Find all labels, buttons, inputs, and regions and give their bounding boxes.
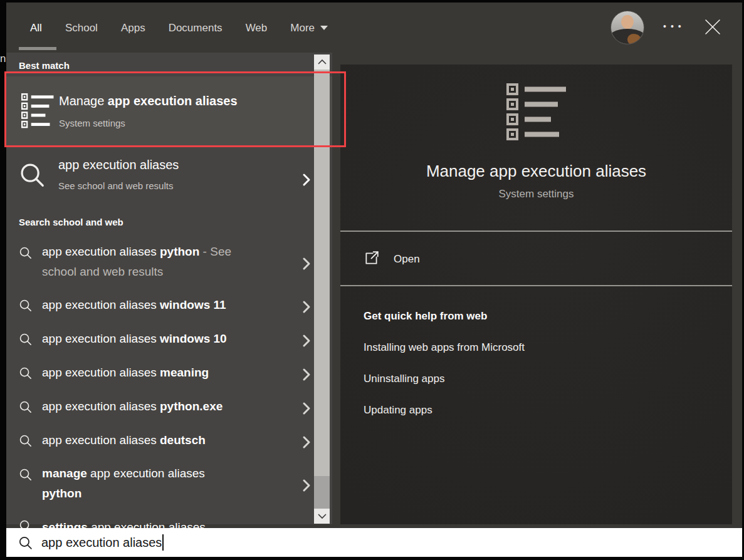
chevron-right-icon[interactable]: [301, 334, 312, 348]
suggestion-bold: python.exe: [160, 400, 223, 413]
search-query-text: app execution aliases: [41, 536, 162, 550]
divider: [340, 285, 732, 286]
preview-panel: Manage app execution aliases System sett…: [340, 65, 732, 524]
best-match-item[interactable]: Manage app execution aliases System sett…: [6, 76, 332, 146]
chevron-up-icon: [317, 59, 327, 65]
help-link-updating[interactable]: Updating apps: [364, 404, 525, 417]
tab-all[interactable]: All: [30, 22, 42, 34]
active-tab-indicator: [19, 47, 56, 50]
suggestion-bold: meaning: [160, 366, 209, 379]
open-external-icon: [364, 250, 380, 266]
tab-apps[interactable]: Apps: [121, 22, 145, 34]
suggestion-item[interactable]: manage app execution aliases python: [6, 457, 332, 510]
suggestion-text: app execution aliases: [90, 467, 205, 480]
results-panel: Best match Manage app execution aliases …: [6, 53, 332, 524]
app-execution-aliases-icon: [21, 93, 54, 128]
tab-more[interactable]: More: [290, 22, 328, 34]
close-icon: [703, 18, 722, 36]
suggestion-bold: deutsch: [160, 433, 206, 447]
chevron-right-icon[interactable]: [301, 402, 312, 415]
chevron-right-icon[interactable]: [301, 257, 312, 271]
avatar-dog-shape: [627, 34, 641, 44]
best-match-title-normal: Manage: [59, 94, 108, 108]
suggestion-text: app execution aliases: [42, 298, 160, 311]
search-icon: [18, 467, 33, 482]
suggestion-item[interactable]: app execution aliases deutsch: [6, 423, 332, 457]
suggestion-bold: python: [160, 245, 199, 258]
suggestion-text: app execution aliases: [42, 400, 160, 413]
quick-help-section: Get quick help from web Installing web a…: [364, 310, 525, 417]
suggestion-text: app execution aliases: [42, 366, 160, 379]
suggestion-text: app execution aliases: [42, 433, 160, 447]
help-link-installing[interactable]: Installing web apps from Microsoft: [364, 341, 525, 354]
suggestion-item[interactable]: app execution aliases windows 11: [6, 288, 332, 322]
suggestion-text: app execution aliases: [42, 245, 160, 258]
best-match-subtitle: System settings: [59, 118, 125, 128]
more-options-button[interactable]: •••: [663, 21, 686, 31]
see-results-item[interactable]: app execution aliases See school and web…: [6, 150, 332, 207]
search-icon: [18, 400, 33, 414]
web-suggestions-list: app execution aliases python - See schoo…: [6, 236, 332, 544]
text-cursor: [162, 534, 164, 551]
help-link-uninstalling[interactable]: Uninstalling apps: [364, 373, 525, 385]
suggestion-item[interactable]: app execution aliases windows 10: [6, 322, 332, 356]
tab-school[interactable]: School: [65, 22, 98, 34]
search-input[interactable]: app execution aliases: [6, 528, 742, 557]
quick-help-header: Get quick help from web: [364, 310, 525, 323]
suggestion-bold: windows 11: [160, 298, 226, 311]
tab-documents[interactable]: Documents: [169, 22, 223, 34]
search-icon: [18, 160, 46, 189]
scroll-down-button[interactable]: [314, 509, 330, 524]
suggestion-item[interactable]: app execution aliases python - See schoo…: [6, 236, 332, 288]
suggestion-text: app execution aliases: [42, 332, 160, 345]
search-icon: [18, 332, 33, 346]
avatar-head-shape: [621, 15, 634, 29]
chevron-down-icon: [320, 26, 328, 30]
see-results-subtitle: See school and web results: [58, 180, 173, 191]
account-avatar[interactable]: [610, 11, 644, 44]
chevron-right-icon[interactable]: [301, 479, 312, 492]
suggestion-item[interactable]: app execution aliases python.exe: [6, 390, 332, 423]
app-execution-aliases-icon-large: [506, 83, 567, 141]
chevron-right-icon[interactable]: [301, 435, 312, 449]
suggestion-bold: python: [42, 487, 81, 500]
preview-subtitle: System settings: [340, 188, 732, 200]
section-best-match: Best match: [19, 60, 70, 71]
results-scrollbar[interactable]: [314, 54, 330, 524]
open-label: Open: [394, 253, 420, 266]
scrollbar-thumb[interactable]: [314, 70, 330, 476]
search-icon: [18, 246, 33, 260]
see-results-title: app execution aliases: [58, 158, 179, 172]
chevron-right-icon[interactable]: [301, 173, 312, 187]
best-match-title-bold: app execution aliases: [108, 94, 238, 108]
preview-title: Manage app execution aliases: [340, 162, 732, 181]
search-icon: [18, 433, 33, 448]
tab-more-label: More: [290, 22, 315, 34]
search-icon: [18, 298, 33, 313]
background-window-fragment: ne: [0, 53, 6, 65]
suggestion-bold: manage: [42, 467, 90, 480]
search-icon: [18, 366, 33, 380]
search-icon: [18, 535, 33, 551]
scroll-up-button[interactable]: [314, 54, 330, 70]
chevron-down-icon: [317, 513, 327, 519]
windows-search-flyout: { "chrome": { "tabs": [ {"label": "All"}…: [0, 0, 744, 560]
search-window: All School Apps Documents Web More ••• B…: [6, 3, 742, 557]
close-button[interactable]: [703, 18, 722, 36]
suggestion-item[interactable]: app execution aliases meaning: [6, 356, 332, 390]
chevron-right-icon[interactable]: [301, 300, 312, 314]
suggestion-bold: windows 10: [160, 332, 227, 345]
open-action[interactable]: Open: [340, 232, 732, 285]
section-search-school-web: Search school and web: [19, 217, 123, 227]
tab-web[interactable]: Web: [246, 22, 268, 34]
chevron-right-icon[interactable]: [301, 368, 312, 381]
search-filter-tabs: All School Apps Documents Web More: [30, 22, 328, 34]
best-match-title: Manage app execution aliases: [59, 94, 238, 108]
